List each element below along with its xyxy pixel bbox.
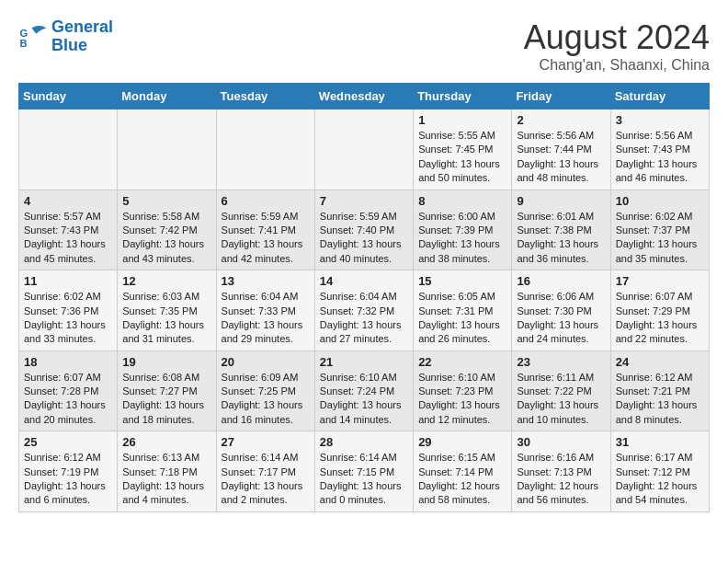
day-info: Sunrise: 5:56 AM Sunset: 7:44 PM Dayligh… [517, 129, 605, 186]
calendar-week-row: 18Sunrise: 6:07 AM Sunset: 7:28 PM Dayli… [19, 350, 710, 431]
day-number: 28 [320, 435, 408, 449]
day-number: 20 [222, 355, 310, 369]
day-info: Sunrise: 6:14 AM Sunset: 7:17 PM Dayligh… [222, 451, 310, 508]
calendar-cell: 3Sunrise: 5:56 AM Sunset: 7:43 PM Daylig… [610, 109, 709, 190]
calendar-cell [19, 109, 118, 190]
day-number: 6 [222, 194, 310, 208]
day-number: 8 [418, 194, 506, 208]
day-number: 25 [24, 435, 112, 449]
day-number: 17 [616, 274, 704, 288]
calendar-cell: 9Sunrise: 6:01 AM Sunset: 7:38 PM Daylig… [512, 190, 610, 270]
page-header: G B GeneralBlue August 2024 Chang'an, Sh… [18, 18, 710, 74]
day-info: Sunrise: 5:57 AM Sunset: 7:43 PM Dayligh… [24, 210, 112, 267]
day-info: Sunrise: 6:11 AM Sunset: 7:22 PM Dayligh… [517, 371, 605, 428]
day-info: Sunrise: 5:59 AM Sunset: 7:40 PM Dayligh… [320, 210, 408, 267]
svg-text:B: B [20, 38, 28, 49]
day-number: 18 [24, 355, 112, 369]
day-info: Sunrise: 6:02 AM Sunset: 7:36 PM Dayligh… [24, 290, 112, 347]
day-number: 4 [24, 194, 112, 208]
day-info: Sunrise: 6:14 AM Sunset: 7:15 PM Dayligh… [320, 451, 408, 508]
calendar-cell: 30Sunrise: 6:16 AM Sunset: 7:13 PM Dayli… [512, 431, 610, 512]
title-block: August 2024 Chang'an, Shaanxi, China [524, 18, 710, 74]
day-info: Sunrise: 6:05 AM Sunset: 7:31 PM Dayligh… [418, 290, 506, 347]
day-info: Sunrise: 5:58 AM Sunset: 7:42 PM Dayligh… [122, 210, 210, 267]
calendar-cell: 5Sunrise: 5:58 AM Sunset: 7:42 PM Daylig… [118, 190, 216, 270]
day-number: 29 [418, 435, 506, 449]
calendar-cell: 13Sunrise: 6:04 AM Sunset: 7:33 PM Dayli… [216, 270, 314, 351]
header-wednesday: Wednesday [314, 84, 413, 109]
calendar-header-row: SundayMondayTuesdayWednesdayThursdayFrid… [19, 84, 710, 109]
calendar-cell [118, 109, 216, 190]
header-saturday: Saturday [610, 84, 709, 109]
calendar-cell [216, 109, 314, 190]
calendar-cell: 14Sunrise: 6:04 AM Sunset: 7:32 PM Dayli… [314, 270, 413, 351]
day-number: 27 [222, 435, 310, 449]
calendar-cell: 22Sunrise: 6:10 AM Sunset: 7:23 PM Dayli… [414, 350, 512, 431]
day-number: 12 [122, 274, 210, 288]
day-number: 24 [616, 355, 704, 369]
calendar-cell: 29Sunrise: 6:15 AM Sunset: 7:14 PM Dayli… [414, 431, 512, 512]
location: Chang'an, Shaanxi, China [524, 57, 710, 74]
day-number: 10 [616, 194, 704, 208]
day-number: 19 [122, 355, 210, 369]
day-info: Sunrise: 6:06 AM Sunset: 7:30 PM Dayligh… [517, 290, 605, 347]
calendar-cell: 25Sunrise: 6:12 AM Sunset: 7:19 PM Dayli… [19, 431, 118, 512]
day-info: Sunrise: 6:04 AM Sunset: 7:32 PM Dayligh… [320, 290, 408, 347]
day-info: Sunrise: 6:12 AM Sunset: 7:19 PM Dayligh… [24, 451, 112, 508]
day-number: 14 [320, 274, 408, 288]
header-friday: Friday [512, 84, 610, 109]
calendar-cell: 26Sunrise: 6:13 AM Sunset: 7:18 PM Dayli… [118, 431, 216, 512]
day-info: Sunrise: 6:08 AM Sunset: 7:27 PM Dayligh… [122, 371, 210, 428]
day-info: Sunrise: 6:16 AM Sunset: 7:13 PM Dayligh… [517, 451, 605, 508]
calendar-cell: 17Sunrise: 6:07 AM Sunset: 7:29 PM Dayli… [610, 270, 709, 351]
calendar-cell: 20Sunrise: 6:09 AM Sunset: 7:25 PM Dayli… [216, 350, 314, 431]
day-number: 11 [24, 274, 112, 288]
day-info: Sunrise: 6:09 AM Sunset: 7:25 PM Dayligh… [222, 371, 310, 428]
calendar-cell: 2Sunrise: 5:56 AM Sunset: 7:44 PM Daylig… [512, 109, 610, 190]
calendar-week-row: 11Sunrise: 6:02 AM Sunset: 7:36 PM Dayli… [19, 270, 710, 351]
logo: G B GeneralBlue [18, 18, 113, 55]
day-number: 5 [122, 194, 210, 208]
day-info: Sunrise: 6:10 AM Sunset: 7:23 PM Dayligh… [418, 371, 506, 428]
header-monday: Monday [118, 84, 216, 109]
day-number: 22 [418, 355, 506, 369]
calendar-cell: 27Sunrise: 6:14 AM Sunset: 7:17 PM Dayli… [216, 431, 314, 512]
calendar-week-row: 4Sunrise: 5:57 AM Sunset: 7:43 PM Daylig… [19, 190, 710, 270]
calendar-cell: 1Sunrise: 5:55 AM Sunset: 7:45 PM Daylig… [414, 109, 512, 190]
day-number: 1 [418, 113, 506, 127]
day-number: 13 [222, 274, 310, 288]
calendar-week-row: 1Sunrise: 5:55 AM Sunset: 7:45 PM Daylig… [19, 109, 710, 190]
calendar-cell: 28Sunrise: 6:14 AM Sunset: 7:15 PM Dayli… [314, 431, 413, 512]
calendar-cell: 6Sunrise: 5:59 AM Sunset: 7:41 PM Daylig… [216, 190, 314, 270]
calendar-table: SundayMondayTuesdayWednesdayThursdayFrid… [18, 83, 710, 512]
calendar-cell: 24Sunrise: 6:12 AM Sunset: 7:21 PM Dayli… [610, 350, 709, 431]
calendar-cell: 16Sunrise: 6:06 AM Sunset: 7:30 PM Dayli… [512, 270, 610, 351]
calendar-week-row: 25Sunrise: 6:12 AM Sunset: 7:19 PM Dayli… [19, 431, 710, 512]
calendar-cell: 31Sunrise: 6:17 AM Sunset: 7:12 PM Dayli… [610, 431, 709, 512]
day-info: Sunrise: 6:00 AM Sunset: 7:39 PM Dayligh… [418, 210, 506, 267]
day-info: Sunrise: 5:55 AM Sunset: 7:45 PM Dayligh… [418, 129, 506, 186]
day-number: 16 [517, 274, 605, 288]
calendar-cell [314, 109, 413, 190]
calendar-cell: 23Sunrise: 6:11 AM Sunset: 7:22 PM Dayli… [512, 350, 610, 431]
day-info: Sunrise: 6:13 AM Sunset: 7:18 PM Dayligh… [122, 451, 210, 508]
calendar-cell: 10Sunrise: 6:02 AM Sunset: 7:37 PM Dayli… [610, 190, 709, 270]
day-number: 31 [616, 435, 704, 449]
logo-icon: G B [18, 22, 48, 52]
day-number: 23 [517, 355, 605, 369]
day-number: 7 [320, 194, 408, 208]
day-info: Sunrise: 6:04 AM Sunset: 7:33 PM Dayligh… [222, 290, 310, 347]
header-sunday: Sunday [19, 84, 118, 109]
calendar-cell: 21Sunrise: 6:10 AM Sunset: 7:24 PM Dayli… [314, 350, 413, 431]
calendar-cell: 19Sunrise: 6:08 AM Sunset: 7:27 PM Dayli… [118, 350, 216, 431]
day-info: Sunrise: 6:12 AM Sunset: 7:21 PM Dayligh… [616, 371, 704, 428]
day-info: Sunrise: 6:07 AM Sunset: 7:29 PM Dayligh… [616, 290, 704, 347]
day-number: 30 [517, 435, 605, 449]
header-thursday: Thursday [414, 84, 512, 109]
day-number: 21 [320, 355, 408, 369]
svg-text:G: G [20, 28, 28, 39]
day-number: 9 [517, 194, 605, 208]
calendar-cell: 15Sunrise: 6:05 AM Sunset: 7:31 PM Dayli… [414, 270, 512, 351]
day-info: Sunrise: 6:15 AM Sunset: 7:14 PM Dayligh… [418, 451, 506, 508]
day-number: 15 [418, 274, 506, 288]
